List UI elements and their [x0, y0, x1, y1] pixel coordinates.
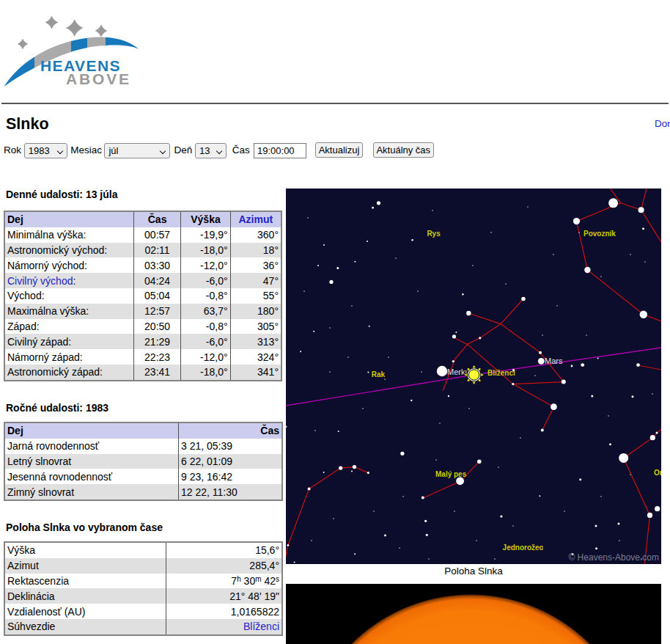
- svg-text:© Heavens-Above.com: © Heavens-Above.com: [568, 552, 659, 563]
- svg-text:Rys: Rys: [427, 230, 441, 238]
- svg-text:Jednorožec: Jednorožec: [503, 544, 544, 552]
- svg-text:ABOVE: ABOVE: [66, 70, 129, 87]
- svg-text:Blíženci: Blíženci: [487, 369, 515, 377]
- svg-text:Rak: Rak: [372, 370, 386, 378]
- svg-text:Povozník: Povozník: [584, 230, 616, 238]
- svg-text:Mars: Mars: [545, 356, 563, 365]
- svg-text:Orión: Orión: [654, 469, 661, 477]
- svg-text:Malý pes: Malý pes: [435, 470, 467, 478]
